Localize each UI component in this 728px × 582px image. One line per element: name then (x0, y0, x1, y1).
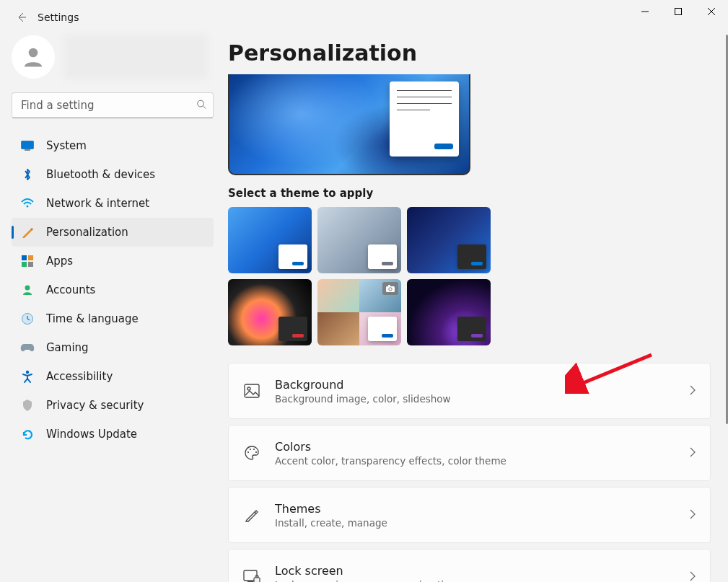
card-subtitle: Install, create, manage (275, 517, 675, 529)
svg-point-2 (198, 100, 204, 107)
card-themes[interactable]: Themes Install, create, manage (228, 487, 711, 543)
lockscreen-icon (243, 568, 260, 582)
svg-rect-0 (675, 9, 682, 15)
svg-point-1 (29, 48, 38, 58)
sidebar-item-label: Privacy & security (46, 399, 144, 412)
sidebar-item-accounts[interactable]: Accounts (12, 275, 214, 304)
svg-rect-15 (388, 285, 390, 287)
theme-option-6[interactable] (407, 279, 491, 345)
user-account-block[interactable] (12, 35, 214, 79)
system-icon (20, 138, 35, 153)
svg-rect-8 (22, 262, 27, 267)
chevron-right-icon (690, 508, 696, 522)
card-subtitle: Accent color, transparency effects, colo… (275, 455, 675, 467)
personalization-icon (20, 225, 35, 239)
apps-icon (20, 254, 35, 268)
sidebar-item-privacy[interactable]: Privacy & security (12, 391, 214, 420)
search-icon (196, 99, 206, 113)
maximize-button[interactable] (662, 0, 695, 23)
search-input[interactable] (12, 92, 214, 118)
sidebar-item-accessibility[interactable]: Accessibility (12, 362, 214, 391)
svg-point-12 (26, 371, 29, 374)
svg-point-5 (27, 206, 29, 208)
pen-icon (243, 506, 260, 524)
sidebar-item-system[interactable]: System (12, 131, 214, 160)
spotlight-camera-icon (382, 282, 398, 295)
theme-section-label: Select a theme to apply (228, 187, 711, 200)
desktop-preview[interactable] (228, 74, 470, 175)
card-title: Themes (275, 502, 675, 516)
card-title: Lock screen (275, 564, 675, 578)
sidebar-item-label: Personalization (46, 226, 128, 239)
close-button[interactable] (695, 0, 728, 23)
time-icon (20, 312, 35, 326)
user-info-redacted (63, 35, 208, 79)
gaming-icon (20, 340, 35, 355)
back-arrow-icon (16, 12, 27, 23)
sidebar-item-update[interactable]: Windows Update (12, 420, 214, 449)
close-icon (708, 8, 715, 15)
sidebar-item-label: Gaming (46, 341, 89, 354)
minimize-button[interactable] (628, 0, 662, 23)
accounts-icon (20, 283, 35, 297)
sidebar-item-label: Windows Update (46, 428, 137, 441)
sidebar-item-network[interactable]: Network & internet (12, 189, 214, 218)
theme-option-4[interactable] (228, 279, 312, 345)
maximize-icon (675, 8, 682, 15)
svg-point-20 (253, 449, 255, 450)
accessibility-icon (20, 369, 35, 384)
card-colors[interactable]: Colors Accent color, transparency effect… (228, 425, 711, 481)
svg-rect-6 (22, 255, 27, 260)
avatar (12, 35, 55, 79)
wifi-icon (20, 196, 35, 211)
person-icon (20, 44, 46, 70)
svg-rect-16 (245, 384, 259, 397)
svg-rect-9 (28, 262, 33, 267)
minimize-icon (641, 8, 649, 15)
card-title: Colors (275, 440, 675, 454)
sidebar-item-apps[interactable]: Apps (12, 247, 214, 275)
shield-icon (20, 398, 35, 413)
theme-option-2[interactable] (317, 207, 401, 273)
sidebar-item-bluetooth[interactable]: Bluetooth & devices (12, 160, 214, 189)
svg-rect-7 (28, 255, 33, 260)
card-background[interactable]: Background Background image, color, slid… (228, 363, 711, 419)
card-subtitle: Lock screen images, apps, animations (275, 579, 675, 583)
sidebar: System Bluetooth & devices Network & int… (0, 35, 222, 582)
picture-icon (243, 382, 260, 400)
update-icon (20, 427, 35, 441)
page-title: Personalization (228, 40, 711, 66)
nav-list: System Bluetooth & devices Network & int… (12, 131, 214, 449)
svg-rect-4 (25, 149, 30, 151)
theme-option-1[interactable] (228, 207, 312, 273)
card-lockscreen[interactable]: Lock screen Lock screen images, apps, an… (228, 549, 711, 582)
theme-grid (228, 207, 711, 345)
sidebar-item-gaming[interactable]: Gaming (12, 333, 214, 362)
svg-point-17 (247, 387, 250, 390)
palette-icon (243, 444, 260, 462)
sidebar-item-label: System (46, 139, 87, 152)
preview-sample-window (390, 81, 459, 156)
svg-rect-3 (22, 141, 34, 149)
chevron-right-icon (690, 570, 696, 583)
svg-rect-13 (386, 286, 395, 292)
theme-option-3[interactable] (407, 207, 491, 273)
theme-option-5[interactable] (317, 279, 401, 345)
bluetooth-icon (20, 167, 35, 182)
card-subtitle: Background image, color, slideshow (275, 393, 675, 405)
sidebar-item-personalization[interactable]: Personalization (12, 218, 214, 247)
sidebar-item-label: Network & internet (46, 197, 149, 210)
svg-rect-24 (254, 578, 260, 582)
back-button[interactable] (12, 7, 32, 27)
sidebar-item-label: Bluetooth & devices (46, 168, 155, 181)
sidebar-item-time[interactable]: Time & language (12, 304, 214, 333)
svg-point-19 (250, 449, 251, 450)
card-title: Background (275, 378, 675, 392)
svg-point-21 (255, 451, 257, 453)
svg-point-10 (25, 286, 30, 291)
app-title: Settings (38, 12, 79, 23)
sidebar-item-label: Accounts (46, 283, 95, 296)
svg-point-18 (247, 451, 249, 453)
sidebar-item-label: Apps (46, 255, 73, 268)
chevron-right-icon (690, 446, 696, 460)
